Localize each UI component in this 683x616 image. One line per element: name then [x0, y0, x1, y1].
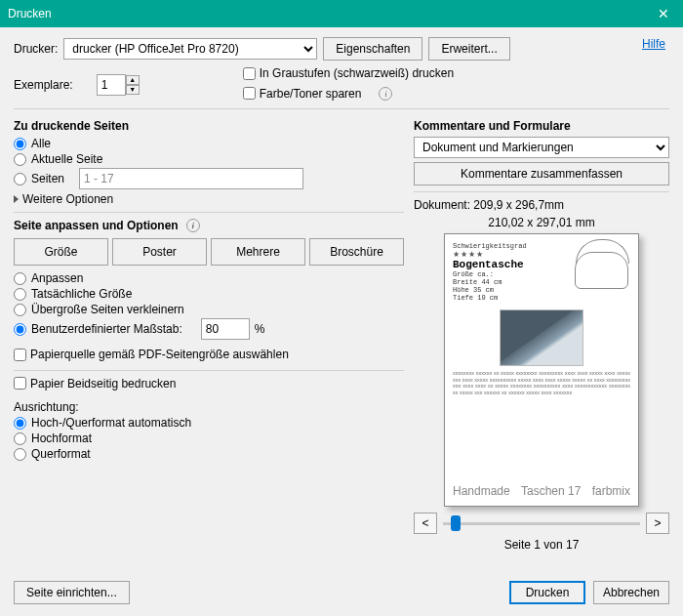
size-tab-button[interactable]: Größe [14, 238, 108, 266]
printer-select[interactable]: drucker (HP OfficeJet Pro 8720) [63, 38, 317, 60]
copies-input[interactable] [97, 74, 126, 96]
print-button[interactable]: Drucken [509, 581, 585, 604]
savetoner-label: Farbe/Toner sparen [260, 87, 362, 101]
page-dimensions: 210,02 x 297,01 mm [414, 216, 669, 229]
papersource-label: Papierquelle gemäß PDF-Seitengröße auswä… [30, 348, 289, 361]
fit-adjust-radio[interactable]: Anpassen [14, 271, 404, 285]
info-icon[interactable]: i [379, 87, 392, 101]
dialog-title: Drucken [8, 7, 52, 21]
duplex-checkbox[interactable] [14, 377, 26, 390]
orient-portrait-radio[interactable]: Hochformat [14, 431, 404, 445]
copies-spinner[interactable]: ▲▼ [97, 74, 140, 96]
pages-range-radio[interactable]: Seiten [14, 168, 404, 189]
duplex-label: Papier Beidseitig bedrucken [30, 377, 176, 390]
bag-outline-icon [575, 252, 628, 289]
pages-heading: Zu druckende Seiten [14, 119, 404, 133]
fit-heading: Seite anpassen und Optionen [14, 219, 179, 232]
preview-slider[interactable] [443, 520, 640, 526]
info-icon[interactable]: i [186, 219, 200, 232]
pages-current-radio[interactable]: Aktuelle Seite [14, 152, 404, 166]
grayscale-label: In Graustufen (schwarzweiß) drucken [260, 66, 454, 80]
booklet-tab-button[interactable]: Broschüre [309, 238, 404, 266]
summarize-button[interactable]: Kommentare zusammenfassen [414, 162, 669, 185]
close-icon[interactable]: ✕ [652, 6, 675, 21]
fit-shrink-radio[interactable]: Übergroße Seiten verkleinern [14, 303, 404, 316]
preview-next-button[interactable]: > [646, 513, 669, 534]
papersource-checkbox[interactable] [14, 349, 26, 361]
grayscale-checkbox[interactable]: In Graustufen (schwarzweiß) drucken [243, 66, 454, 80]
multiple-tab-button[interactable]: Mehrere [211, 238, 305, 266]
slider-thumb[interactable] [451, 515, 461, 531]
advanced-button[interactable]: Erweitert... [428, 37, 509, 61]
fit-actual-radio[interactable]: Tatsächliche Größe [14, 287, 404, 301]
bag-photo-placeholder [500, 309, 583, 366]
poster-tab-button[interactable]: Poster [112, 238, 207, 266]
comments-select[interactable]: Dokument und Markierungen [414, 137, 669, 158]
print-preview: Schwierigkeitsgrad ★★★★ Bogentasche Größ… [444, 233, 639, 507]
savetoner-checkbox[interactable] [243, 87, 256, 100]
comments-heading: Kommentare und Formulare [414, 119, 669, 133]
orient-auto-radio[interactable]: Hoch-/Querformat automatisch [14, 416, 404, 430]
spin-up-icon[interactable]: ▲ [126, 75, 140, 85]
page-setup-button[interactable]: Seite einrichten... [14, 581, 130, 604]
orient-landscape-radio[interactable]: Querformat [14, 447, 404, 461]
page-counter: Seite 1 von 17 [414, 538, 669, 552]
pages-all-radio[interactable]: Alle [14, 137, 404, 150]
printer-label: Drucker: [14, 42, 58, 56]
pages-range-input[interactable] [79, 168, 303, 189]
help-link[interactable]: Hilfe [642, 37, 665, 51]
orientation-heading: Ausrichtung: [14, 400, 404, 414]
fit-custom-radio[interactable]: Benutzerdefinierter Maßstab: % [14, 318, 404, 340]
title-bar: Drucken ✕ [0, 0, 683, 27]
more-options-toggle[interactable]: Weitere Optionen [14, 192, 404, 206]
dialog-body: Hilfe Drucker: drucker (HP OfficeJet Pro… [0, 27, 683, 616]
preview-body-text: xxxxxxxx xxxxxx xx xxxxx xxxxxxxx xxxxxx… [453, 370, 630, 395]
copies-label: Exemplare: [14, 78, 73, 92]
properties-button[interactable]: Eigenschaften [323, 37, 422, 61]
spin-down-icon[interactable]: ▼ [126, 85, 140, 95]
preview-prev-button[interactable]: < [414, 513, 437, 534]
cancel-button[interactable]: Abbrechen [593, 581, 669, 604]
doc-dimensions: Dokument: 209,9 x 296,7mm [414, 198, 669, 212]
triangle-right-icon [14, 195, 19, 203]
custom-scale-input[interactable] [201, 318, 250, 340]
